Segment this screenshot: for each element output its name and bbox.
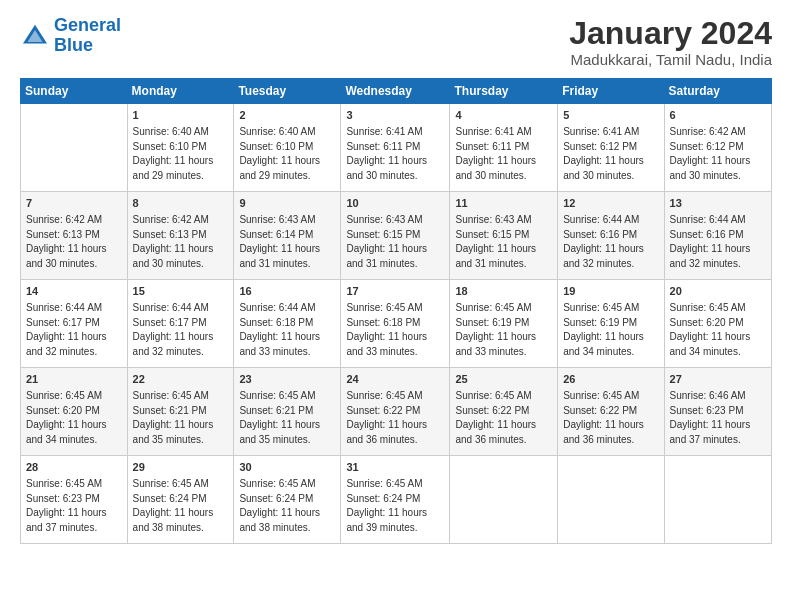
cell-3-4: 25Sunrise: 6:45 AMSunset: 6:22 PMDayligh…: [450, 368, 558, 456]
daylight-text: Daylight: 11 hours and 33 minutes.: [346, 330, 444, 359]
sunrise-text: Sunrise: 6:45 AM: [133, 389, 229, 404]
cell-4-2: 30Sunrise: 6:45 AMSunset: 6:24 PMDayligh…: [234, 456, 341, 544]
sunset-text: Sunset: 6:15 PM: [346, 228, 444, 243]
sunset-text: Sunset: 6:17 PM: [133, 316, 229, 331]
day-number: 19: [563, 284, 658, 300]
sunrise-text: Sunrise: 6:45 AM: [670, 301, 766, 316]
sunset-text: Sunset: 6:19 PM: [455, 316, 552, 331]
cell-1-0: 7Sunrise: 6:42 AMSunset: 6:13 PMDaylight…: [21, 192, 128, 280]
daylight-text: Daylight: 11 hours and 31 minutes.: [346, 242, 444, 271]
day-header-monday: Monday: [127, 79, 234, 104]
sunrise-text: Sunrise: 6:45 AM: [346, 389, 444, 404]
day-number: 14: [26, 284, 122, 300]
cell-4-3: 31Sunrise: 6:45 AMSunset: 6:24 PMDayligh…: [341, 456, 450, 544]
sunset-text: Sunset: 6:12 PM: [563, 140, 658, 155]
sunrise-text: Sunrise: 6:41 AM: [563, 125, 658, 140]
week-row-4: 28Sunrise: 6:45 AMSunset: 6:23 PMDayligh…: [21, 456, 772, 544]
daylight-text: Daylight: 11 hours and 38 minutes.: [133, 506, 229, 535]
sunset-text: Sunset: 6:11 PM: [346, 140, 444, 155]
day-number: 4: [455, 108, 552, 124]
daylight-text: Daylight: 11 hours and 33 minutes.: [455, 330, 552, 359]
logo-line2: Blue: [54, 35, 93, 55]
sunset-text: Sunset: 6:16 PM: [670, 228, 766, 243]
sunrise-text: Sunrise: 6:43 AM: [455, 213, 552, 228]
daylight-text: Daylight: 11 hours and 34 minutes.: [26, 418, 122, 447]
month-year: January 2024: [569, 16, 772, 51]
day-number: 28: [26, 460, 122, 476]
day-header-sunday: Sunday: [21, 79, 128, 104]
header: General Blue January 2024 Madukkarai, Ta…: [20, 16, 772, 68]
sunset-text: Sunset: 6:23 PM: [670, 404, 766, 419]
daylight-text: Daylight: 11 hours and 34 minutes.: [563, 330, 658, 359]
cell-2-6: 20Sunrise: 6:45 AMSunset: 6:20 PMDayligh…: [664, 280, 771, 368]
sunset-text: Sunset: 6:13 PM: [26, 228, 122, 243]
sunrise-text: Sunrise: 6:44 AM: [133, 301, 229, 316]
sunrise-text: Sunrise: 6:45 AM: [239, 477, 335, 492]
cell-3-3: 24Sunrise: 6:45 AMSunset: 6:22 PMDayligh…: [341, 368, 450, 456]
daylight-text: Daylight: 11 hours and 31 minutes.: [455, 242, 552, 271]
sunrise-text: Sunrise: 6:44 AM: [26, 301, 122, 316]
daylight-text: Daylight: 11 hours and 30 minutes.: [455, 154, 552, 183]
sunset-text: Sunset: 6:18 PM: [346, 316, 444, 331]
sunset-text: Sunset: 6:22 PM: [346, 404, 444, 419]
day-header-saturday: Saturday: [664, 79, 771, 104]
calendar-table: SundayMondayTuesdayWednesdayThursdayFrid…: [20, 78, 772, 544]
sunset-text: Sunset: 6:21 PM: [133, 404, 229, 419]
cell-2-4: 18Sunrise: 6:45 AMSunset: 6:19 PMDayligh…: [450, 280, 558, 368]
daylight-text: Daylight: 11 hours and 36 minutes.: [346, 418, 444, 447]
day-number: 31: [346, 460, 444, 476]
page: General Blue January 2024 Madukkarai, Ta…: [0, 0, 792, 612]
day-number: 26: [563, 372, 658, 388]
cell-2-0: 14Sunrise: 6:44 AMSunset: 6:17 PMDayligh…: [21, 280, 128, 368]
logo-line1: General: [54, 15, 121, 35]
day-number: 13: [670, 196, 766, 212]
sunset-text: Sunset: 6:11 PM: [455, 140, 552, 155]
daylight-text: Daylight: 11 hours and 30 minutes.: [346, 154, 444, 183]
cell-4-1: 29Sunrise: 6:45 AMSunset: 6:24 PMDayligh…: [127, 456, 234, 544]
day-header-friday: Friday: [558, 79, 664, 104]
day-number: 29: [133, 460, 229, 476]
daylight-text: Daylight: 11 hours and 30 minutes.: [670, 154, 766, 183]
daylight-text: Daylight: 11 hours and 29 minutes.: [133, 154, 229, 183]
cell-3-0: 21Sunrise: 6:45 AMSunset: 6:20 PMDayligh…: [21, 368, 128, 456]
daylight-text: Daylight: 11 hours and 36 minutes.: [455, 418, 552, 447]
daylight-text: Daylight: 11 hours and 37 minutes.: [670, 418, 766, 447]
cell-2-3: 17Sunrise: 6:45 AMSunset: 6:18 PMDayligh…: [341, 280, 450, 368]
week-row-0: 1Sunrise: 6:40 AMSunset: 6:10 PMDaylight…: [21, 104, 772, 192]
sunset-text: Sunset: 6:24 PM: [133, 492, 229, 507]
day-number: 18: [455, 284, 552, 300]
day-header-thursday: Thursday: [450, 79, 558, 104]
day-number: 12: [563, 196, 658, 212]
day-number: 17: [346, 284, 444, 300]
calendar-body: 1Sunrise: 6:40 AMSunset: 6:10 PMDaylight…: [21, 104, 772, 544]
sunrise-text: Sunrise: 6:45 AM: [455, 301, 552, 316]
daylight-text: Daylight: 11 hours and 32 minutes.: [563, 242, 658, 271]
sunrise-text: Sunrise: 6:44 AM: [239, 301, 335, 316]
cell-1-4: 11Sunrise: 6:43 AMSunset: 6:15 PMDayligh…: [450, 192, 558, 280]
day-number: 25: [455, 372, 552, 388]
day-number: 21: [26, 372, 122, 388]
location: Madukkarai, Tamil Nadu, India: [569, 51, 772, 68]
day-number: 7: [26, 196, 122, 212]
sunrise-text: Sunrise: 6:43 AM: [346, 213, 444, 228]
sunset-text: Sunset: 6:15 PM: [455, 228, 552, 243]
week-row-3: 21Sunrise: 6:45 AMSunset: 6:20 PMDayligh…: [21, 368, 772, 456]
day-number: 27: [670, 372, 766, 388]
cell-0-5: 5Sunrise: 6:41 AMSunset: 6:12 PMDaylight…: [558, 104, 664, 192]
day-number: 6: [670, 108, 766, 124]
title-area: January 2024 Madukkarai, Tamil Nadu, Ind…: [569, 16, 772, 68]
day-number: 23: [239, 372, 335, 388]
daylight-text: Daylight: 11 hours and 33 minutes.: [239, 330, 335, 359]
cell-4-6: [664, 456, 771, 544]
logo-icon: [20, 21, 50, 51]
day-number: 11: [455, 196, 552, 212]
sunrise-text: Sunrise: 6:41 AM: [346, 125, 444, 140]
day-number: 16: [239, 284, 335, 300]
sunrise-text: Sunrise: 6:45 AM: [346, 301, 444, 316]
sunset-text: Sunset: 6:12 PM: [670, 140, 766, 155]
cell-0-2: 2Sunrise: 6:40 AMSunset: 6:10 PMDaylight…: [234, 104, 341, 192]
daylight-text: Daylight: 11 hours and 30 minutes.: [133, 242, 229, 271]
daylight-text: Daylight: 11 hours and 38 minutes.: [239, 506, 335, 535]
cell-4-0: 28Sunrise: 6:45 AMSunset: 6:23 PMDayligh…: [21, 456, 128, 544]
logo: General Blue: [20, 16, 121, 56]
